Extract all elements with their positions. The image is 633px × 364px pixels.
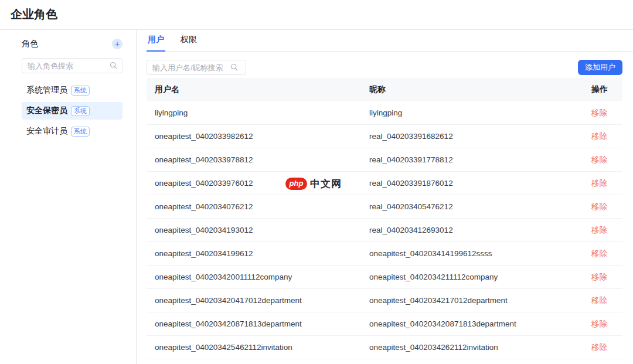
remove-link[interactable]: 移除	[591, 202, 607, 211]
cell-username: oneapitest_0402033978812	[147, 155, 361, 164]
role-item[interactable]: 安全审计员系统	[22, 123, 122, 140]
cell-action: 移除	[583, 319, 622, 329]
cell-nickname: oneapitest_0402034217012department	[361, 296, 583, 305]
role-sidebar: 角色 + 系统管理员系统安全保密员系统安全审计员系统	[22, 30, 122, 143]
add-role-button[interactable]: +	[112, 39, 122, 49]
php-logo-ellipse: php	[285, 178, 307, 190]
role-item[interactable]: 安全保密员系统	[22, 102, 122, 120]
cell-username: oneapitest_040203420011112company	[147, 273, 361, 281]
table-header: 用户名 昵称 操作	[147, 78, 622, 101]
table-row: oneapitest_0402034199612oneapitest_04020…	[147, 242, 622, 266]
cell-nickname: real_040203405476212	[361, 202, 583, 211]
sidebar-divider	[136, 30, 137, 364]
cell-action: 移除	[583, 108, 622, 118]
remove-link[interactable]: 移除	[591, 249, 607, 258]
col-header-username: 用户名	[147, 84, 361, 95]
remove-link[interactable]: 移除	[591, 319, 607, 328]
search-icon	[230, 63, 238, 71]
table-row: oneapitest_040203420871813departmentonea…	[147, 312, 622, 336]
table-row: oneapitest_040203420417012departmentonea…	[147, 289, 622, 312]
remove-link[interactable]: 移除	[591, 296, 607, 305]
role-type-badge: 系统	[71, 127, 90, 137]
role-type-badge: 系统	[71, 106, 90, 116]
cell-username: oneapitest_040203420871813department	[147, 319, 361, 328]
cell-nickname: oneapitest_0402034211112company	[361, 273, 583, 281]
table-row: oneapitest_0402034193012real_04020341269…	[147, 219, 622, 242]
tab-users[interactable]: 用户	[147, 30, 165, 52]
user-search-box	[147, 60, 246, 75]
cell-nickname: liyingping	[361, 108, 583, 117]
cell-action: 移除	[583, 295, 622, 306]
role-search-box	[22, 58, 122, 73]
cell-action: 移除	[583, 178, 622, 189]
table-body: liyingpingliyingping移除oneapitest_0402033…	[147, 101, 622, 359]
sidebar-title: 角色	[22, 39, 38, 49]
table-row: oneapitest_0402033976012real_04020339187…	[147, 172, 622, 195]
tab-permissions[interactable]: 权限	[179, 30, 198, 52]
role-item[interactable]: 系统管理员系统	[22, 81, 122, 99]
user-toolbar: 添加用户	[147, 60, 622, 75]
cell-username: oneapitest_0402034199612	[147, 249, 361, 258]
cell-username: oneapitest_040203425462112invitation	[147, 343, 361, 352]
remove-link[interactable]: 移除	[591, 132, 607, 141]
cell-action: 移除	[583, 272, 622, 283]
search-icon	[110, 62, 117, 69]
cell-action: 移除	[583, 225, 622, 236]
remove-link[interactable]: 移除	[591, 343, 607, 352]
cell-nickname: oneapitest_040203414199612ssss	[361, 249, 583, 258]
cell-username: oneapitest_0402033982612	[147, 132, 361, 141]
cell-username: oneapitest_0402034076212	[147, 202, 361, 211]
cell-nickname: oneapitest_0402034262112invitation	[361, 343, 583, 352]
cell-action: 移除	[583, 202, 622, 212]
remove-link[interactable]: 移除	[591, 108, 607, 117]
cell-nickname: real_040203391876012	[361, 179, 583, 188]
col-header-action: 操作	[583, 84, 622, 95]
php-watermark-logo: php中文网	[285, 177, 342, 190]
cell-action: 移除	[583, 155, 622, 165]
remove-link[interactable]: 移除	[591, 226, 607, 234]
php-logo-text: 中文网	[310, 177, 342, 190]
table-row: oneapitest_0402033982612real_04020339168…	[147, 125, 622, 148]
table-row: oneapitest_040203420011112companyoneapit…	[147, 266, 622, 289]
cell-nickname: real_040203391778812	[361, 155, 583, 164]
role-name: 安全保密员	[26, 106, 67, 116]
cell-nickname: real_040203391682612	[361, 132, 583, 141]
role-search-input[interactable]	[22, 58, 122, 73]
user-table: 用户名 昵称 操作 liyingpingliyingping移除oneapite…	[147, 78, 622, 359]
add-user-button[interactable]: 添加用户	[578, 60, 622, 75]
table-row: liyingpingliyingping移除	[147, 101, 622, 125]
table-row: oneapitest_0402033978812real_04020339177…	[147, 148, 622, 172]
cell-action: 移除	[583, 342, 622, 353]
remove-link[interactable]: 移除	[591, 179, 607, 188]
cell-username: oneapitest_0402034193012	[147, 226, 361, 234]
cell-username: oneapitest_040203420417012department	[147, 296, 361, 305]
role-type-badge: 系统	[71, 86, 90, 96]
cell-nickname: oneapitest_040203420871813department	[361, 319, 583, 328]
col-header-nickname: 昵称	[361, 84, 583, 95]
role-name: 安全审计员	[26, 126, 67, 137]
role-name: 系统管理员	[26, 85, 67, 96]
tabs-bar: 用户权限	[147, 30, 633, 52]
remove-link[interactable]: 移除	[591, 155, 607, 164]
page-title: 企业角色	[11, 6, 57, 22]
table-row: oneapitest_0402034076212real_04020340547…	[147, 195, 622, 219]
cell-username: liyingping	[147, 108, 361, 117]
remove-link[interactable]: 移除	[591, 273, 607, 281]
role-list: 系统管理员系统安全保密员系统安全审计员系统	[22, 81, 122, 140]
table-row: oneapitest_040203425462112invitationonea…	[147, 336, 622, 359]
cell-action: 移除	[583, 249, 622, 259]
cell-action: 移除	[583, 131, 622, 142]
cell-nickname: real_040203412693012	[361, 226, 583, 234]
